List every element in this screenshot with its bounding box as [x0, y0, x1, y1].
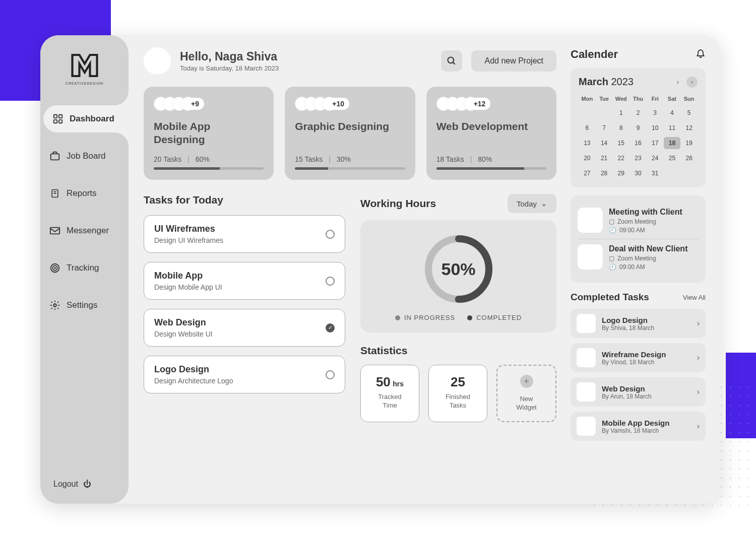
svg-rect-0 [54, 115, 57, 118]
calendar-day[interactable]: 15 [612, 137, 629, 149]
completed-task-item[interactable]: Mobile App Design By Vamshi, 18 March › [571, 412, 706, 441]
calendar-day[interactable]: 1 [612, 107, 629, 119]
calendar-day[interactable]: 2 [629, 107, 647, 119]
calendar-day[interactable]: 21 [596, 152, 613, 164]
logout-button[interactable]: Logout ⏻ [40, 480, 129, 489]
logout-label: Logout [53, 480, 78, 489]
completed-subtitle: By Vinod, 18 March [602, 359, 691, 366]
hours-range-label: Today [517, 199, 537, 208]
calendar-day[interactable]: 25 [664, 152, 681, 164]
clock-icon: 🕘 [609, 227, 616, 234]
project-task-count: 20 Tasks [154, 155, 181, 163]
calendar-day[interactable]: 4 [664, 107, 681, 119]
sidebar-item-tracking[interactable]: Tracking [40, 254, 129, 282]
calendar-day[interactable]: 19 [680, 137, 698, 149]
calendar-day[interactable]: 13 [579, 137, 596, 149]
task-checkbox[interactable] [326, 370, 335, 379]
sidebar-item-messenger[interactable]: Messenger [40, 217, 129, 244]
project-card[interactable]: +10 Graphic Designing 15 Tasks | 30% [285, 87, 415, 180]
completed-task-item[interactable]: Logo Design By Shiva, 18 March › [571, 309, 706, 338]
svg-rect-8 [50, 228, 59, 234]
calendar-day-header: Tue [596, 94, 613, 104]
calendar-nav: ‹ › [672, 77, 698, 88]
hours-range-select[interactable]: Today ⌄ [508, 194, 556, 213]
project-card[interactable]: +12 Web Development 18 Tasks | 80% [426, 87, 556, 180]
calendar-month-row: March 2023 ‹ › [579, 76, 698, 88]
completed-task-item[interactable]: Wireframe Design By Vinod, 18 March › [571, 343, 706, 372]
calendar-day[interactable]: 5 [680, 107, 698, 119]
user-avatar[interactable] [144, 47, 171, 75]
calendar-day[interactable]: 14 [596, 137, 613, 149]
calendar-day[interactable]: 26 [680, 152, 698, 164]
task-item[interactable]: Mobile AppDesign Mobile App UI [144, 262, 345, 300]
calendar-day[interactable]: 3 [647, 107, 664, 119]
task-checkbox[interactable] [326, 230, 335, 239]
add-widget-label: NewWidget [516, 395, 536, 412]
calendar-day[interactable]: 10 [647, 122, 664, 134]
view-all-link[interactable]: View All [683, 294, 706, 301]
calendar-day[interactable]: 17 [647, 137, 664, 149]
search-icon [447, 56, 457, 66]
calendar-day[interactable]: 12 [680, 122, 698, 134]
completed-heading: Completed Tasks [571, 292, 649, 303]
calendar-day[interactable]: 30 [629, 167, 647, 179]
calendar-month-year: March 2023 [579, 76, 634, 88]
sidebar-item-dashboard[interactable]: Dashboard [43, 105, 129, 132]
calendar-day[interactable]: 31 [647, 167, 664, 179]
calendar-day[interactable]: 6 [579, 122, 596, 134]
event-platform: ▢ Zoom Meeting [609, 218, 699, 225]
completed-body: Web Design By Arun, 18 March [602, 384, 691, 400]
calendar-day[interactable]: 29 [612, 167, 629, 179]
calendar-day[interactable]: 22 [612, 152, 629, 164]
completed-task-item[interactable]: Web Design By Arun, 18 March › [571, 377, 706, 407]
calendar-day[interactable]: 8 [612, 122, 629, 134]
calendar-day[interactable]: 20 [579, 152, 596, 164]
event-item[interactable]: Deal with New Client ▢ Zoom Meeting 🕘 09… [578, 239, 699, 276]
app-window: CREATIVEDESIGN DashboardJob BoardReports… [40, 35, 721, 504]
project-cards: +9 Mobile App Designing 20 Tasks | 60% +… [144, 87, 556, 180]
calendar-day[interactable]: 24 [647, 152, 664, 164]
calendar-prev[interactable]: ‹ [672, 77, 683, 88]
calendar-day[interactable]: 23 [629, 152, 647, 164]
add-project-button[interactable]: Add new Project [471, 50, 556, 72]
calendar-day[interactable]: 27 [579, 167, 596, 179]
calendar-day[interactable]: 18 [664, 137, 681, 149]
project-avatars: +9 [154, 97, 264, 111]
calendar-day[interactable]: 28 [596, 167, 613, 179]
completed-thumb [577, 314, 596, 333]
event-item[interactable]: Meeting with Client ▢ Zoom Meeting 🕘 09:… [578, 203, 699, 239]
completed-body: Mobile App Design By Vamshi, 18 March [602, 419, 691, 434]
sidebar-nav: DashboardJob BoardReportsMessengerTracki… [40, 105, 129, 480]
add-project-label: Add new Project [484, 56, 543, 65]
calendar-day[interactable]: 7 [596, 122, 613, 134]
clock-icon: 🕘 [609, 263, 616, 271]
event-title: Deal with New Client [609, 244, 699, 253]
bell-icon[interactable] [696, 47, 706, 61]
chevron-right-icon: › [697, 319, 700, 328]
task-item[interactable]: UI WireframesDesign UI Wireframes [144, 215, 345, 253]
event-time: 🕘 09:00 AM [609, 227, 699, 234]
add-widget-button[interactable]: +NewWidget [496, 365, 556, 422]
task-item[interactable]: Logo DesignDesign Architecture Logo [144, 356, 345, 393]
sidebar-item-job-board[interactable]: Job Board [40, 143, 129, 170]
svg-rect-1 [59, 115, 62, 118]
completed-thumb [577, 348, 596, 367]
completed-thumb [577, 382, 596, 402]
task-item[interactable]: Web DesignDesign Website UI [144, 309, 345, 347]
calendar-day[interactable]: 16 [629, 137, 647, 149]
gear-icon [49, 300, 60, 311]
task-subtitle: Design UI Wireframes [154, 236, 223, 244]
svg-point-11 [54, 268, 55, 269]
calendar-next[interactable]: › [686, 77, 698, 88]
calendar-day[interactable]: 11 [664, 122, 681, 134]
sidebar-item-reports[interactable]: Reports [40, 180, 129, 207]
task-checkbox[interactable] [326, 277, 335, 286]
svg-rect-3 [59, 120, 62, 123]
sidebar-item-settings[interactable]: Settings [40, 292, 129, 319]
task-checkbox[interactable] [326, 323, 335, 332]
search-button[interactable] [441, 50, 462, 72]
briefcase-icon [49, 151, 60, 162]
calendar-day-header: Sat [664, 94, 681, 104]
project-card[interactable]: +9 Mobile App Designing 20 Tasks | 60% [144, 87, 274, 180]
calendar-day[interactable]: 9 [629, 122, 647, 134]
